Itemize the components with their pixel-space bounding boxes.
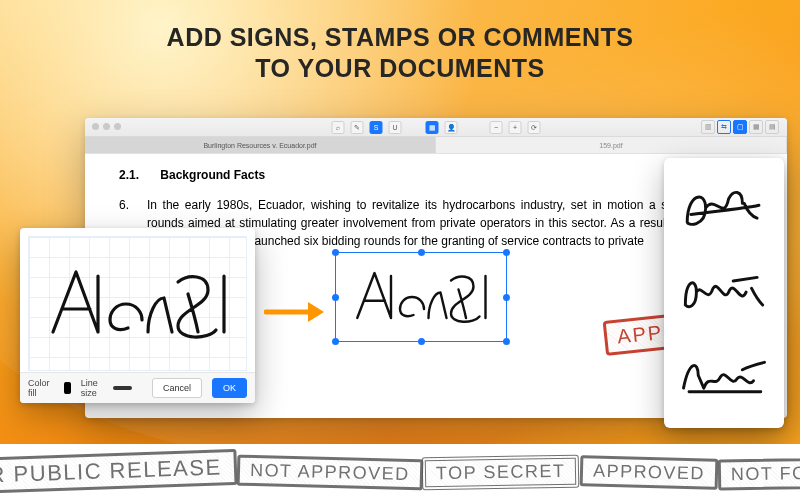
view-paging-icon[interactable]: ⇆: [717, 120, 731, 134]
stamp-approved-grey[interactable]: APPROVED: [579, 455, 718, 490]
signature-draw-panel: Color fill Line size Cancel OK: [20, 228, 255, 403]
traffic-close-icon[interactable]: [92, 123, 99, 130]
section-title: Background Facts: [160, 168, 265, 182]
tool-underline-button[interactable]: U: [389, 121, 402, 134]
resize-handle-mr[interactable]: [503, 294, 510, 301]
view-toggle: ▥ ⇆ ▢ ▦ ▤: [701, 120, 779, 134]
stamp-top-secret[interactable]: TOP SECRET: [422, 454, 580, 490]
stamp-public-release[interactable]: FOR PUBLIC RELEASE: [0, 449, 237, 495]
view-thumbs-icon[interactable]: ▤: [765, 120, 779, 134]
stamp-strip: FOR PUBLIC RELEASE NOT APPROVED TOP SECR…: [0, 444, 800, 500]
ok-button[interactable]: OK: [212, 378, 247, 398]
color-swatch[interactable]: [64, 382, 71, 394]
signature-drawing-icon: [38, 254, 238, 354]
resize-handle-ml[interactable]: [332, 294, 339, 301]
tool-sign-button[interactable]: S: [370, 121, 383, 134]
tab-active[interactable]: Burlington Resources v. Ecuador.pdf: [85, 137, 436, 153]
resize-handle-tl[interactable]: [332, 249, 339, 256]
section-heading: 2.1. Background Facts: [119, 168, 753, 182]
signature-option-1[interactable]: [670, 168, 778, 247]
tool-user-icon[interactable]: 👤: [445, 121, 458, 134]
line-size-label: Line size: [81, 378, 99, 398]
headline-line2: TO YOUR DOCUMENTS: [0, 53, 800, 84]
tool-zoomin-icon[interactable]: +: [509, 121, 522, 134]
signature-toolbar: Color fill Line size Cancel OK: [20, 372, 255, 403]
signature-option-3[interactable]: [670, 339, 778, 418]
tool-stamp-icon[interactable]: ▦: [426, 121, 439, 134]
stamp-not-for-release[interactable]: NOT FOR PUBLIC RELEASE: [718, 454, 800, 490]
resize-handle-br[interactable]: [503, 338, 510, 345]
resize-handle-tm[interactable]: [418, 249, 425, 256]
signature-list-panel: [664, 158, 784, 428]
arrow-icon: [264, 300, 324, 324]
view-single-icon[interactable]: ▢: [733, 120, 747, 134]
tool-rotate-icon[interactable]: ⟳: [528, 121, 541, 134]
signature-canvas[interactable]: [28, 236, 247, 371]
headline-line1: ADD SIGNS, STAMPS OR COMMENTS: [0, 22, 800, 53]
traffic-max-icon[interactable]: [114, 123, 121, 130]
section-number: 2.1.: [119, 168, 139, 182]
cancel-button[interactable]: Cancel: [152, 378, 202, 398]
signature-1-icon: [678, 183, 770, 233]
signature-option-2[interactable]: [670, 253, 778, 332]
signature-3-icon: [678, 353, 770, 403]
tool-edit-icon[interactable]: ✎: [351, 121, 364, 134]
resize-handle-tr[interactable]: [503, 249, 510, 256]
toolbar-center: ⌕ ✎ S U ▦ 👤 − + ⟳: [332, 121, 541, 134]
window-titlebar: ⌕ ✎ S U ▦ 👤 − + ⟳ ▥ ⇆ ▢ ▦ ▤: [85, 118, 787, 137]
view-split-icon[interactable]: ▥: [701, 120, 715, 134]
color-label: Color fill: [28, 378, 50, 398]
paragraph-number: 6.: [119, 196, 129, 214]
signature-2-icon: [678, 268, 770, 318]
line-size-control[interactable]: [113, 386, 132, 390]
view-grid-icon[interactable]: ▦: [749, 120, 763, 134]
headline: ADD SIGNS, STAMPS OR COMMENTS TO YOUR DO…: [0, 22, 800, 85]
tab-other[interactable]: 159.pdf: [436, 137, 787, 153]
traffic-min-icon[interactable]: [103, 123, 110, 130]
resize-handle-bl[interactable]: [332, 338, 339, 345]
svg-marker-1: [308, 302, 324, 322]
placed-signature[interactable]: [335, 252, 507, 342]
traffic-lights[interactable]: [92, 123, 121, 130]
stamp-not-approved[interactable]: NOT APPROVED: [236, 454, 422, 490]
tool-search-icon[interactable]: ⌕: [332, 121, 345, 134]
signature-alexsol-icon: [346, 259, 496, 335]
resize-handle-bm[interactable]: [418, 338, 425, 345]
tool-zoomout-icon[interactable]: −: [490, 121, 503, 134]
